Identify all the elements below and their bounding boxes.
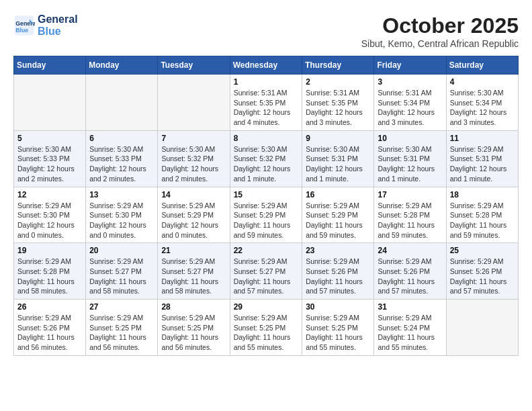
- day-info: Sunrise: 5:30 AM Sunset: 5:32 PM Dayligh…: [161, 144, 226, 184]
- calendar-cell: 26Sunrise: 5:29 AM Sunset: 5:26 PM Dayli…: [14, 300, 86, 356]
- calendar-cell: 11Sunrise: 5:29 AM Sunset: 5:31 PM Dayli…: [446, 130, 518, 187]
- header-monday: Monday: [86, 56, 158, 75]
- day-number: 28: [161, 302, 226, 312]
- day-info: Sunrise: 5:31 AM Sunset: 5:34 PM Dayligh…: [378, 88, 442, 128]
- calendar-cell: 20Sunrise: 5:29 AM Sunset: 5:27 PM Dayli…: [86, 243, 158, 300]
- calendar-cell: [14, 75, 86, 131]
- logo: General Blue General Blue: [13, 13, 78, 38]
- day-number: 8: [234, 134, 299, 143]
- day-number: 4: [450, 77, 515, 87]
- calendar-cell: 8Sunrise: 5:30 AM Sunset: 5:32 PM Daylig…: [230, 130, 302, 187]
- day-number: 27: [89, 302, 154, 312]
- calendar-cell: 13Sunrise: 5:29 AM Sunset: 5:30 PM Dayli…: [86, 187, 158, 243]
- calendar-cell: [158, 75, 230, 131]
- day-number: 26: [17, 302, 82, 312]
- day-info: Sunrise: 5:30 AM Sunset: 5:31 PM Dayligh…: [306, 144, 370, 184]
- calendar-table: SundayMondayTuesdayWednesdayThursdayFrid…: [13, 56, 519, 356]
- day-info: Sunrise: 5:31 AM Sunset: 5:35 PM Dayligh…: [234, 88, 299, 128]
- day-number: 24: [378, 246, 442, 255]
- day-info: Sunrise: 5:29 AM Sunset: 5:27 PM Dayligh…: [161, 257, 226, 296]
- day-number: 21: [161, 246, 226, 255]
- header-tuesday: Tuesday: [158, 56, 230, 75]
- page-header: General Blue General Blue October 2025 S…: [13, 13, 519, 49]
- location-subtitle: Sibut, Kemo, Central African Republic: [361, 38, 519, 49]
- logo-line1: General: [38, 13, 78, 26]
- day-number: 9: [306, 134, 370, 143]
- calendar-cell: 23Sunrise: 5:29 AM Sunset: 5:26 PM Dayli…: [302, 243, 374, 300]
- day-info: Sunrise: 5:29 AM Sunset: 5:27 PM Dayligh…: [89, 257, 154, 296]
- day-number: 31: [378, 302, 442, 312]
- day-info: Sunrise: 5:29 AM Sunset: 5:25 PM Dayligh…: [89, 313, 154, 353]
- day-info: Sunrise: 5:29 AM Sunset: 5:27 PM Dayligh…: [234, 257, 299, 296]
- calendar-cell: 28Sunrise: 5:29 AM Sunset: 5:25 PM Dayli…: [158, 300, 230, 356]
- day-number: 16: [306, 190, 370, 199]
- day-number: 25: [450, 246, 515, 255]
- day-number: 19: [17, 246, 82, 255]
- day-info: Sunrise: 5:30 AM Sunset: 5:31 PM Dayligh…: [378, 144, 442, 184]
- day-info: Sunrise: 5:29 AM Sunset: 5:26 PM Dayligh…: [306, 257, 370, 296]
- day-number: 20: [89, 246, 154, 255]
- calendar-cell: 29Sunrise: 5:29 AM Sunset: 5:25 PM Dayli…: [230, 300, 302, 356]
- day-info: Sunrise: 5:29 AM Sunset: 5:28 PM Dayligh…: [378, 201, 442, 240]
- calendar-cell: 12Sunrise: 5:29 AM Sunset: 5:30 PM Dayli…: [14, 187, 86, 243]
- day-info: Sunrise: 5:29 AM Sunset: 5:28 PM Dayligh…: [17, 257, 82, 296]
- day-number: 7: [161, 134, 226, 143]
- day-info: Sunrise: 5:31 AM Sunset: 5:35 PM Dayligh…: [306, 88, 370, 128]
- day-number: 17: [378, 190, 442, 199]
- header-thursday: Thursday: [302, 56, 374, 75]
- day-number: 23: [306, 246, 370, 255]
- calendar-cell: 7Sunrise: 5:30 AM Sunset: 5:32 PM Daylig…: [158, 130, 230, 187]
- day-info: Sunrise: 5:29 AM Sunset: 5:25 PM Dayligh…: [234, 313, 299, 353]
- calendar-cell: 1Sunrise: 5:31 AM Sunset: 5:35 PM Daylig…: [230, 75, 302, 131]
- calendar-cell: [446, 300, 518, 356]
- calendar-cell: 27Sunrise: 5:29 AM Sunset: 5:25 PM Dayli…: [86, 300, 158, 356]
- header-wednesday: Wednesday: [230, 56, 302, 75]
- header-friday: Friday: [374, 56, 446, 75]
- header-sunday: Sunday: [14, 56, 86, 75]
- day-info: Sunrise: 5:29 AM Sunset: 5:29 PM Dayligh…: [161, 201, 226, 240]
- day-info: Sunrise: 5:29 AM Sunset: 5:30 PM Dayligh…: [89, 201, 154, 240]
- calendar-week-row: 26Sunrise: 5:29 AM Sunset: 5:26 PM Dayli…: [14, 300, 519, 356]
- calendar-cell: 5Sunrise: 5:30 AM Sunset: 5:33 PM Daylig…: [14, 130, 86, 187]
- calendar-week-row: 19Sunrise: 5:29 AM Sunset: 5:28 PM Dayli…: [14, 243, 519, 300]
- calendar-week-row: 12Sunrise: 5:29 AM Sunset: 5:30 PM Dayli…: [14, 187, 519, 243]
- day-info: Sunrise: 5:29 AM Sunset: 5:25 PM Dayligh…: [161, 313, 226, 353]
- svg-text:Blue: Blue: [15, 27, 28, 34]
- calendar-cell: 9Sunrise: 5:30 AM Sunset: 5:31 PM Daylig…: [302, 130, 374, 187]
- day-number: 10: [378, 134, 442, 143]
- calendar-cell: [86, 75, 158, 131]
- day-info: Sunrise: 5:29 AM Sunset: 5:30 PM Dayligh…: [17, 201, 82, 240]
- day-number: 2: [306, 77, 370, 87]
- calendar-cell: 4Sunrise: 5:30 AM Sunset: 5:34 PM Daylig…: [446, 75, 518, 131]
- day-info: Sunrise: 5:29 AM Sunset: 5:26 PM Dayligh…: [17, 313, 82, 353]
- day-info: Sunrise: 5:29 AM Sunset: 5:26 PM Dayligh…: [450, 257, 515, 296]
- calendar-cell: 17Sunrise: 5:29 AM Sunset: 5:28 PM Dayli…: [374, 187, 446, 243]
- calendar-cell: 24Sunrise: 5:29 AM Sunset: 5:26 PM Dayli…: [374, 243, 446, 300]
- calendar-cell: 15Sunrise: 5:29 AM Sunset: 5:29 PM Dayli…: [230, 187, 302, 243]
- day-info: Sunrise: 5:30 AM Sunset: 5:33 PM Dayligh…: [17, 144, 82, 184]
- day-info: Sunrise: 5:30 AM Sunset: 5:34 PM Dayligh…: [450, 88, 515, 128]
- calendar-header-row: SundayMondayTuesdayWednesdayThursdayFrid…: [14, 56, 519, 75]
- day-number: 14: [161, 190, 226, 199]
- day-info: Sunrise: 5:29 AM Sunset: 5:26 PM Dayligh…: [378, 257, 442, 296]
- calendar-cell: 31Sunrise: 5:29 AM Sunset: 5:24 PM Dayli…: [374, 300, 446, 356]
- day-info: Sunrise: 5:29 AM Sunset: 5:25 PM Dayligh…: [306, 313, 370, 353]
- day-number: 5: [17, 134, 82, 143]
- day-number: 22: [234, 246, 299, 255]
- calendar-week-row: 5Sunrise: 5:30 AM Sunset: 5:33 PM Daylig…: [14, 130, 519, 187]
- day-info: Sunrise: 5:29 AM Sunset: 5:24 PM Dayligh…: [378, 313, 442, 353]
- day-number: 11: [450, 134, 515, 143]
- calendar-cell: 10Sunrise: 5:30 AM Sunset: 5:31 PM Dayli…: [374, 130, 446, 187]
- calendar-cell: 22Sunrise: 5:29 AM Sunset: 5:27 PM Dayli…: [230, 243, 302, 300]
- day-info: Sunrise: 5:30 AM Sunset: 5:33 PM Dayligh…: [89, 144, 154, 184]
- calendar-cell: 25Sunrise: 5:29 AM Sunset: 5:26 PM Dayli…: [446, 243, 518, 300]
- day-info: Sunrise: 5:29 AM Sunset: 5:29 PM Dayligh…: [234, 201, 299, 240]
- day-number: 30: [306, 302, 370, 312]
- calendar-cell: 16Sunrise: 5:29 AM Sunset: 5:29 PM Dayli…: [302, 187, 374, 243]
- calendar-cell: 30Sunrise: 5:29 AM Sunset: 5:25 PM Dayli…: [302, 300, 374, 356]
- title-area: October 2025 Sibut, Kemo, Central Africa…: [361, 13, 519, 49]
- calendar-week-row: 1Sunrise: 5:31 AM Sunset: 5:35 PM Daylig…: [14, 75, 519, 131]
- calendar-cell: 3Sunrise: 5:31 AM Sunset: 5:34 PM Daylig…: [374, 75, 446, 131]
- logo-line2: Blue: [38, 26, 78, 38]
- day-info: Sunrise: 5:29 AM Sunset: 5:31 PM Dayligh…: [450, 144, 515, 184]
